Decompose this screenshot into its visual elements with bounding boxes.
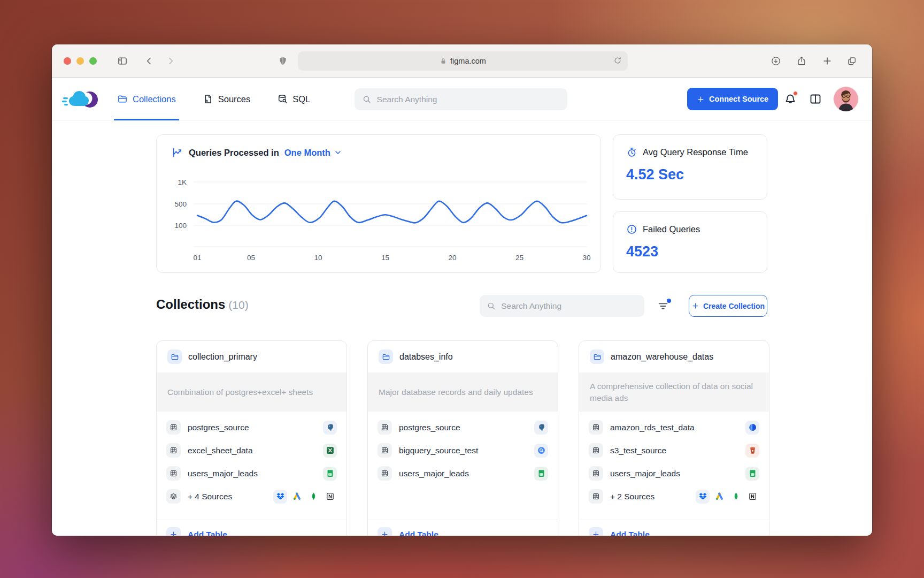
table-cell-icon	[378, 466, 392, 481]
svg-text:01: 01	[193, 254, 201, 262]
table-name: postgres_source	[188, 423, 249, 432]
file-icon	[203, 94, 213, 104]
download-icon[interactable]	[768, 54, 783, 69]
collections-count: (10)	[228, 299, 248, 311]
source-icons	[745, 421, 759, 435]
table-row[interactable]: bigquery_source_test	[378, 439, 548, 462]
chart-title: Queries Processed in	[189, 148, 279, 158]
excel-icon	[323, 444, 337, 458]
tab-sources[interactable]: Sources	[203, 78, 251, 120]
address-bar[interactable]: figma.com	[298, 51, 628, 71]
svg-text:1K: 1K	[178, 178, 187, 186]
period-dropdown[interactable]: One Month	[284, 148, 342, 158]
collection-card-header[interactable]: collection_primary	[157, 341, 346, 372]
collection-tables: postgres_source excel_sheet_data users_m…	[157, 412, 346, 512]
collection-card: databses_info Major database records and…	[367, 340, 558, 536]
collection-tables: amazon_rds_test_data s3_test_source user…	[579, 412, 769, 512]
avg-response-card: Avg Query Response Time 4.52 Sec	[613, 134, 767, 200]
search-icon	[487, 301, 496, 311]
add-table-label: Add Table	[610, 530, 650, 536]
plus-icon	[691, 302, 699, 310]
source-icons	[745, 467, 759, 481]
table-name: users_major_leads	[610, 469, 680, 478]
add-table-button[interactable]: Add Table	[157, 520, 346, 536]
browser-toolbar: figma.com	[52, 44, 872, 78]
postgresql-icon	[323, 421, 337, 435]
svg-text:25: 25	[515, 254, 523, 262]
source-icons	[696, 490, 759, 504]
table-row[interactable]: users_major_leads	[378, 462, 548, 485]
collection-card: collection_primary Combination of postgr…	[156, 340, 347, 536]
reading-list-button[interactable]	[809, 93, 822, 105]
create-collection-button[interactable]: Create Collection	[689, 295, 767, 317]
collection-name: collection_primary	[188, 352, 257, 362]
tab-label: SQL	[292, 94, 310, 104]
filter-active-dot	[667, 299, 671, 303]
global-search	[355, 88, 567, 110]
collection-card-header[interactable]: databses_info	[368, 341, 558, 372]
zoom-button[interactable]	[89, 57, 97, 65]
tabs-overview-icon[interactable]	[844, 54, 859, 69]
database-icon	[277, 94, 288, 104]
share-icon[interactable]	[794, 54, 809, 69]
table-row[interactable]: postgres_source	[378, 416, 548, 439]
period-value: One Month	[284, 148, 330, 158]
chevron-left-icon[interactable]	[142, 54, 157, 69]
url-text: figma.com	[450, 57, 486, 65]
chart-line-icon	[172, 147, 183, 158]
table-row[interactable]: postgres_source	[166, 416, 337, 439]
folder-icon	[379, 349, 393, 364]
close-button[interactable]	[64, 57, 71, 65]
table-row[interactable]: users_major_leads	[166, 462, 337, 485]
stat-value: 4.52 Sec	[626, 166, 754, 183]
collections-title: Collections(10)	[156, 297, 249, 312]
table-cell-icon	[589, 489, 603, 504]
table-row[interactable]: amazon_rds_test_data	[589, 416, 759, 439]
add-table-button[interactable]: Add Table	[579, 520, 769, 536]
folder-icon	[590, 349, 604, 364]
minimize-button[interactable]	[76, 57, 84, 65]
filter-button[interactable]	[656, 299, 670, 313]
add-table-button[interactable]: Add Table	[368, 520, 558, 536]
table-name: postgres_source	[399, 423, 460, 432]
search-input[interactable]	[377, 95, 560, 104]
table-cell-icon	[166, 420, 181, 435]
table-row[interactable]: excel_sheet_data	[166, 439, 337, 462]
source-icons	[745, 444, 759, 458]
plus-icon[interactable]	[820, 54, 835, 69]
user-avatar[interactable]	[834, 87, 858, 111]
svg-text:05: 05	[247, 254, 255, 262]
mongodb-icon	[729, 490, 743, 504]
tab-collections[interactable]: Collections	[117, 78, 176, 120]
google-ads-icon	[712, 490, 726, 504]
add-table-label: Add Table	[188, 530, 227, 536]
chevron-right-icon[interactable]	[163, 54, 178, 69]
table-row[interactable]: + 2 Sources	[589, 485, 759, 508]
table-cell-icon	[166, 466, 181, 481]
plus-icon	[697, 95, 705, 103]
tab-sql[interactable]: SQL	[277, 78, 310, 120]
table-cell-icon	[378, 420, 392, 435]
stat-value: 4523	[626, 244, 754, 260]
table-name: amazon_rds_test_data	[610, 423, 695, 432]
connect-source-button[interactable]: Connect Source	[687, 88, 778, 110]
shield-icon[interactable]	[275, 54, 290, 69]
notifications-button[interactable]	[783, 92, 797, 106]
source-icons	[534, 467, 548, 481]
svg-text:500: 500	[174, 200, 187, 208]
table-row[interactable]: s3_test_source	[589, 439, 759, 462]
table-row[interactable]: users_major_leads	[589, 462, 759, 485]
svg-text:100: 100	[174, 222, 187, 230]
refresh-icon[interactable]	[613, 56, 622, 65]
source-icons	[323, 444, 337, 458]
sidebar-toggle-icon[interactable]	[115, 54, 130, 69]
table-row[interactable]: + 4 Sources	[166, 485, 337, 508]
app-logo[interactable]	[61, 87, 103, 112]
lock-icon	[440, 57, 447, 65]
collections-search-input[interactable]	[501, 301, 637, 311]
table-name: users_major_leads	[399, 469, 469, 478]
queries-chart: 1K50010001051015202530	[165, 168, 593, 268]
queries-chart-card: Queries Processed in One Month 1K5001000…	[156, 134, 601, 273]
amazon-s3-icon	[745, 444, 759, 458]
collection-card-header[interactable]: amazon_warehouse_datas	[579, 341, 769, 372]
